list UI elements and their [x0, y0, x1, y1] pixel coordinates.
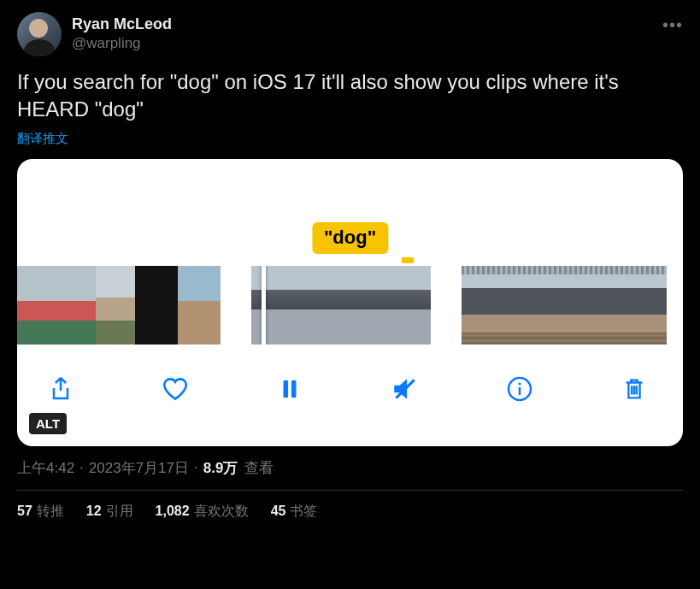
- clip-frame[interactable]: [251, 266, 311, 345]
- search-pill: "dog": [312, 222, 388, 254]
- clip-frame[interactable]: [544, 266, 585, 345]
- views-count[interactable]: 8.9万: [203, 458, 238, 478]
- stat-retweets[interactable]: 57转推: [17, 503, 64, 521]
- clip-frame[interactable]: [178, 266, 221, 345]
- display-name[interactable]: Ryan McLeod: [72, 15, 172, 34]
- video-timeline[interactable]: [17, 266, 683, 345]
- user-handle[interactable]: @warpling: [72, 34, 172, 53]
- svg-rect-0: [284, 380, 289, 398]
- clip-cluster[interactable]: [17, 266, 221, 345]
- clip-cluster[interactable]: [251, 266, 431, 345]
- time[interactable]: 上午4:42: [17, 458, 74, 478]
- tweet-text: If you search for "dog" on iOS 17 it'll …: [17, 68, 683, 124]
- clip-frame[interactable]: [626, 266, 667, 345]
- media-card[interactable]: "dog": [17, 159, 683, 446]
- playhead-marker: [402, 257, 414, 263]
- divider: [17, 490, 683, 491]
- stat-quotes[interactable]: 12引用: [86, 503, 133, 521]
- tweet-header: Ryan McLeod @warpling •••: [17, 12, 683, 56]
- stats-row: 57转推 12引用 1,082喜欢次数 45书签: [17, 503, 683, 521]
- clip-frame[interactable]: [56, 266, 96, 345]
- media-toolbar: [17, 362, 683, 415]
- avatar[interactable]: [17, 12, 62, 56]
- clip-frame[interactable]: [135, 266, 178, 345]
- clip-frame[interactable]: [311, 266, 371, 345]
- translate-link[interactable]: 翻译推文: [17, 131, 683, 147]
- stat-bookmarks[interactable]: 45书签: [271, 503, 318, 521]
- info-icon[interactable]: [505, 374, 534, 403]
- views-label: 查看: [244, 458, 274, 478]
- user-names: Ryan McLeod @warpling: [72, 12, 172, 53]
- alt-badge[interactable]: ALT: [29, 413, 67, 434]
- clip-frame[interactable]: [585, 266, 626, 345]
- stat-likes[interactable]: 1,082喜欢次数: [156, 503, 249, 521]
- share-icon[interactable]: [46, 374, 75, 403]
- more-icon[interactable]: •••: [662, 15, 683, 35]
- pause-icon[interactable]: [275, 374, 304, 403]
- heart-icon[interactable]: [161, 374, 190, 403]
- svg-rect-1: [291, 380, 297, 398]
- playhead[interactable]: [262, 266, 266, 345]
- tweet-meta: 上午4:42 · 2023年7月17日 · 8.9万 查看: [17, 458, 683, 478]
- date[interactable]: 2023年7月17日: [89, 458, 189, 478]
- trash-icon[interactable]: [620, 374, 649, 403]
- mute-icon[interactable]: [391, 374, 420, 403]
- clip-frame[interactable]: [462, 266, 503, 345]
- clip-frame[interactable]: [503, 266, 544, 345]
- clip-cluster[interactable]: [462, 266, 667, 345]
- clip-frame[interactable]: [371, 266, 431, 345]
- svg-point-4: [518, 382, 521, 385]
- clip-frame[interactable]: [96, 266, 135, 345]
- tweet-container: Ryan McLeod @warpling ••• If you search …: [0, 0, 700, 529]
- clip-frame[interactable]: [17, 266, 56, 345]
